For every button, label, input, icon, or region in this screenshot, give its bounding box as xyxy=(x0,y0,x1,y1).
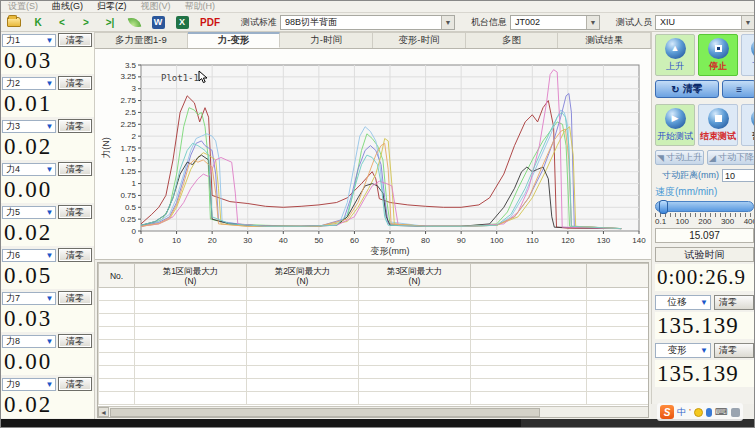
test-standard-select[interactable]: 98B切半背面 ▼ xyxy=(280,15,455,30)
prev-record-button[interactable]: < xyxy=(51,14,73,30)
scrollbar-thumb[interactable] xyxy=(110,408,540,417)
deform-clear-button[interactable]: 清零 xyxy=(714,343,754,358)
channel-clear-button[interactable]: 清零 xyxy=(58,334,92,348)
tab-力-变形[interactable]: 力-变形 xyxy=(188,32,281,48)
tab-测试结果[interactable]: 测试结果 xyxy=(558,32,651,48)
channel-name: 力8 xyxy=(3,335,44,348)
start-test-button[interactable]: ▶ 开始测试 xyxy=(655,104,695,146)
channel-clear-button[interactable]: 清零 xyxy=(58,119,92,133)
inch-up-button[interactable]: ◥ 寸动上升 xyxy=(655,150,704,165)
channel-clear-button[interactable]: 清零 xyxy=(58,162,92,176)
pause-icon: ❚❚ xyxy=(751,108,755,129)
tab-多力量图1-9[interactable]: 多力量图1-9 xyxy=(95,32,188,48)
tester-select[interactable]: XIU ▼ xyxy=(655,15,755,30)
last-record-button[interactable]: >| xyxy=(99,14,121,30)
open-file-button[interactable] xyxy=(3,14,25,30)
tab-变形-时间[interactable]: 变形-时间 xyxy=(373,32,466,48)
speed-value: 15.097 xyxy=(655,228,754,243)
table-row[interactable] xyxy=(99,301,650,314)
horizontal-scrollbar[interactable]: ◄ xyxy=(98,406,649,417)
punctuation-icon[interactable]: ’ xyxy=(689,407,691,417)
stop-icon xyxy=(708,38,729,59)
prev-record-icon: < xyxy=(59,17,65,28)
channel-name: 力6 xyxy=(3,249,44,262)
menu-item-曲线(G)[interactable]: 曲线(G) xyxy=(45,0,90,13)
menu-item-设置(S)[interactable]: 设置(S) xyxy=(1,0,45,13)
channel-select[interactable]: 力6▼ xyxy=(2,249,56,262)
export-pdf-button[interactable]: PDF xyxy=(195,14,225,30)
svg-text:变形(mm): 变形(mm) xyxy=(371,246,410,256)
channel-select[interactable]: 力9▼ xyxy=(2,378,56,391)
export-excel-button[interactable]: X xyxy=(171,14,193,30)
channel-clear-button[interactable]: 清零 xyxy=(58,377,92,391)
crosshead-down-button[interactable]: ▼ 下降 xyxy=(741,34,755,76)
report-button[interactable] xyxy=(123,14,145,30)
channel-name: 力7 xyxy=(3,292,44,305)
scroll-left-icon[interactable]: ◄ xyxy=(98,407,109,417)
displacement-clear-button[interactable]: 清零 xyxy=(714,295,754,310)
chinese-mode-icon[interactable]: 中 xyxy=(677,406,686,419)
table-row[interactable] xyxy=(99,353,650,366)
svg-text:70: 70 xyxy=(386,236,395,245)
machine-field: 机台信息 JT002 ▼ xyxy=(471,15,600,30)
channel-select[interactable]: 力5▼ xyxy=(2,206,56,219)
table-row[interactable] xyxy=(99,379,650,392)
stop-button[interactable]: 停止 xyxy=(698,34,738,76)
table-cell xyxy=(587,327,650,340)
deform-select[interactable]: 变形 ▼ xyxy=(655,343,711,358)
channel-clear-button[interactable]: 清零 xyxy=(58,205,92,219)
channel-select[interactable]: 力1▼ xyxy=(2,34,56,47)
chevron-down-icon: ▼ xyxy=(441,16,454,29)
channel-block: 力8▼清零0.00 xyxy=(1,333,94,376)
table-cell xyxy=(587,379,650,392)
clear-all-button[interactable]: ↻ 清零 xyxy=(655,80,719,98)
emoji-icon[interactable] xyxy=(694,408,703,417)
table-row[interactable] xyxy=(99,366,650,379)
tab-多图[interactable]: 多图 xyxy=(466,32,559,48)
menu-item-归零(Z)[interactable]: 归零(Z) xyxy=(90,0,134,13)
channel-select[interactable]: 力7▼ xyxy=(2,292,56,305)
channel-clear-button[interactable]: 清零 xyxy=(58,33,92,47)
tab-力-时间[interactable]: 力-时间 xyxy=(280,32,373,48)
table-row[interactable] xyxy=(99,314,650,327)
first-record-button[interactable]: K xyxy=(27,14,49,30)
export-word-button[interactable]: W xyxy=(147,14,169,30)
svg-text:力(N): 力(N) xyxy=(101,137,111,159)
table-cell xyxy=(135,288,247,301)
channel-select[interactable]: 力2▼ xyxy=(2,77,56,90)
table-cell xyxy=(247,314,359,327)
speed-slider[interactable] xyxy=(655,201,754,212)
microphone-icon[interactable] xyxy=(706,408,712,417)
end-test-button[interactable]: 结束测试 xyxy=(698,104,738,146)
channel-select[interactable]: 力4▼ xyxy=(2,163,56,176)
next-record-button[interactable]: > xyxy=(75,14,97,30)
return-icon: ≡ xyxy=(736,84,742,95)
channel-select[interactable]: 力3▼ xyxy=(2,120,56,133)
chevron-down-icon: ▼ xyxy=(698,346,710,355)
displacement-select[interactable]: 位移 ▼ xyxy=(655,295,711,310)
profile-icon[interactable] xyxy=(731,408,740,417)
table-cell xyxy=(135,301,247,314)
channel-select[interactable]: 力8▼ xyxy=(2,335,56,348)
table-row[interactable] xyxy=(99,288,650,301)
menu-item-视图(V)[interactable]: 视图(V) xyxy=(134,0,178,13)
table-cell xyxy=(587,340,650,353)
channel-clear-button[interactable]: 清零 xyxy=(58,248,92,262)
pause-button[interactable]: ❚❚ 暂停 xyxy=(741,104,755,146)
channel-clear-button[interactable]: 清零 xyxy=(58,291,92,305)
table-row[interactable] xyxy=(99,327,650,340)
inch-down-button[interactable]: ◢ 寸动下降 xyxy=(707,150,755,165)
table-body xyxy=(99,288,650,405)
sogou-logo-icon[interactable]: S xyxy=(660,405,674,419)
machine-select[interactable]: JT002 ▼ xyxy=(510,15,600,30)
channel-clear-button[interactable]: 清零 xyxy=(58,76,92,90)
table-cell xyxy=(247,379,359,392)
table-row[interactable] xyxy=(99,340,650,353)
crosshead-up-button[interactable]: ▲ 上升 xyxy=(655,34,695,76)
inch-distance-input[interactable]: 10 xyxy=(722,169,755,182)
menu-item-帮助(H)[interactable]: 帮助(H) xyxy=(178,0,223,13)
aux-button[interactable]: ≡ xyxy=(722,80,755,98)
keyboard-icon[interactable]: ⌨ xyxy=(715,407,728,417)
table-row[interactable] xyxy=(99,392,650,405)
speed-slider-handle[interactable] xyxy=(659,200,668,214)
